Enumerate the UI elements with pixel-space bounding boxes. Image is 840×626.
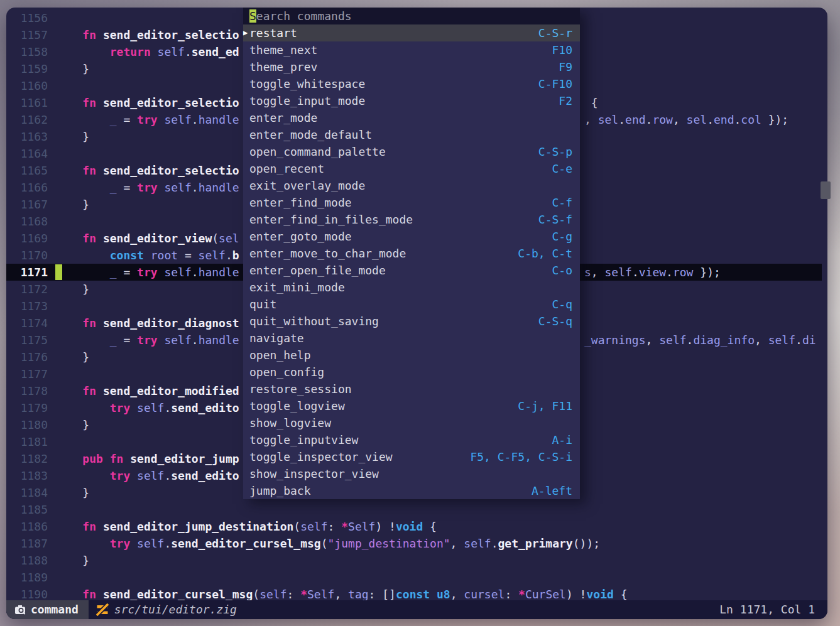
command-keybinding: A-left (532, 482, 572, 499)
command-item-show_logview[interactable]: show_logview (243, 414, 580, 431)
code-token: send_editor_cursel_msg (103, 588, 253, 600)
command-item-enter_mode[interactable]: enter_mode (243, 109, 580, 126)
line-number: 1175 (6, 332, 48, 348)
code-token: try (137, 181, 164, 194)
command-keybinding: F5, C-F5, C-S-i (470, 448, 572, 465)
code-line-1187[interactable]: 1187 try self.send_editor_cursel_msg("ju… (6, 535, 827, 552)
code-token: ) ! (566, 588, 587, 600)
code-token: row (673, 266, 694, 279)
code-token: = (117, 266, 138, 279)
mode-indicator[interactable]: command (6, 600, 89, 619)
code-token: * (518, 588, 525, 600)
code-token: : (505, 588, 518, 600)
command-item-quit_without_saving[interactable]: quit_without_savingC-S-q (243, 313, 580, 330)
code-token: . (164, 469, 171, 482)
code-line-1190[interactable]: 1190 fn send_editor_cursel_msg(self: *Se… (6, 586, 827, 600)
command-item-exit_overlay_mode[interactable]: exit_overlay_mode (243, 177, 580, 194)
code-token: , (591, 266, 605, 279)
command-item-toggle_whitespace[interactable]: toggle_whitespaceC-F10 (243, 75, 580, 92)
code-token: handle (199, 333, 239, 347)
command-item-toggle_logview[interactable]: toggle_logviewC-j, F11 (243, 397, 580, 414)
code-token (55, 113, 110, 126)
code-token (55, 198, 82, 211)
code-token: , (450, 537, 464, 550)
code-token: fn (82, 232, 103, 245)
code-token: . (192, 333, 199, 347)
code-token: { (584, 96, 598, 109)
code-token: self (158, 45, 185, 58)
code-line-1188[interactable]: 1188 } (6, 552, 827, 569)
code-token: . (192, 266, 199, 279)
command-item-show_inspector_view[interactable]: show_inspector_view (243, 465, 580, 482)
command-item-enter_mode_default[interactable]: enter_mode_default (243, 126, 580, 143)
command-item-enter_open_file_mode[interactable]: enter_open_file_modeC-o (243, 262, 580, 279)
command-item-restore_session[interactable]: restore_session (243, 380, 580, 397)
code-token (55, 333, 110, 347)
code-line-1185[interactable]: 1185 (6, 501, 827, 518)
code-token: , (584, 113, 598, 126)
line-number: 1156 (6, 9, 48, 26)
code-line-1189[interactable]: 1189 (6, 569, 827, 586)
command-item-toggle_inspector_view[interactable]: toggle_inspector_viewF5, C-F5, C-S-i (243, 448, 580, 465)
command-item-enter_goto_mode[interactable]: enter_goto_modeC-g (243, 228, 580, 245)
scrollbar-thumb[interactable] (821, 181, 831, 199)
command-label: enter_find_mode (249, 194, 352, 211)
line-number: 1157 (6, 26, 48, 43)
command-item-enter_find_mode[interactable]: enter_find_modeC-f (243, 194, 580, 211)
command-item-open_command_palette[interactable]: open_command_paletteC-S-p (243, 143, 580, 160)
command-item-toggle_inputview[interactable]: toggle_inputviewA-i (243, 431, 580, 448)
code-token: end (625, 113, 646, 126)
code-token: void (396, 520, 423, 533)
command-item-toggle_input_mode[interactable]: toggle_input_modeF2 (243, 92, 580, 109)
code-token (55, 283, 82, 296)
command-item-jump_back[interactable]: jump_backA-left (243, 482, 580, 499)
command-keybinding: F9 (559, 58, 572, 75)
code-editor[interactable]: 11561157 fn send_editor_selectio1158 ret… (6, 8, 827, 600)
command-item-theme_next[interactable]: theme_nextF10 (243, 41, 580, 58)
command-item-restart[interactable]: ▶restartC-S-r (243, 24, 580, 41)
command-item-enter_find_in_files_mode[interactable]: enter_find_in_files_modeC-S-f (243, 211, 580, 228)
command-label: theme_prev (249, 58, 317, 75)
command-item-open_config[interactable]: open_config (243, 364, 580, 380)
command-item-enter_move_to_char_mode[interactable]: enter_move_to_char_modeC-b, C-t (243, 245, 580, 262)
command-item-quit[interactable]: quitC-q (243, 296, 580, 313)
code-token: diag_info (693, 333, 755, 347)
line-number: 1187 (6, 535, 48, 552)
line-number: 1185 (6, 501, 48, 518)
command-search-input[interactable]: Search commands (243, 8, 580, 24)
command-item-theme_prev[interactable]: theme_prevF9 (243, 58, 580, 75)
code-token: b (232, 249, 239, 262)
command-keybinding: F10 (552, 41, 572, 58)
status-bar: command src/tui/editor.zig Ln 1171, Col … (6, 600, 827, 619)
command-item-open_help[interactable]: open_help (243, 347, 580, 364)
code-line-1186[interactable]: 1186 fn send_editor_jump_destination(sel… (6, 518, 827, 535)
command-item-open_recent[interactable]: open_recentC-e (243, 160, 580, 177)
command-item-exit_mini_mode[interactable]: exit_mini_mode (243, 279, 580, 296)
code-token: _ (110, 113, 117, 126)
code-token: : (328, 520, 342, 533)
command-item-navigate[interactable]: navigate (243, 330, 580, 347)
cursor-position: Ln 1171, Col 1 (719, 600, 827, 619)
code-token: . (164, 401, 171, 414)
code-token: } (82, 554, 89, 567)
code-token: root (151, 249, 178, 262)
line-number: 1173 (6, 298, 48, 315)
line-number: 1180 (6, 416, 48, 433)
code-token: . (618, 113, 625, 126)
code-token: return (110, 45, 158, 58)
code-token: send_edito (171, 401, 239, 414)
code-token: send_editor_selectio (103, 96, 239, 109)
code-token: } (82, 350, 89, 364)
code-token: . (666, 266, 673, 279)
code-token: row (652, 113, 673, 126)
code-token: di (802, 333, 816, 347)
code-token: send_editor_modified (103, 384, 239, 397)
code-token (55, 62, 82, 75)
code-token: send_editor_selectio (103, 164, 239, 177)
code-token (55, 232, 82, 245)
command-label: toggle_whitespace (249, 75, 365, 92)
code-token (55, 130, 82, 143)
code-token: . (192, 113, 199, 126)
code-token: . (795, 333, 802, 347)
code-token: ( (293, 520, 300, 533)
